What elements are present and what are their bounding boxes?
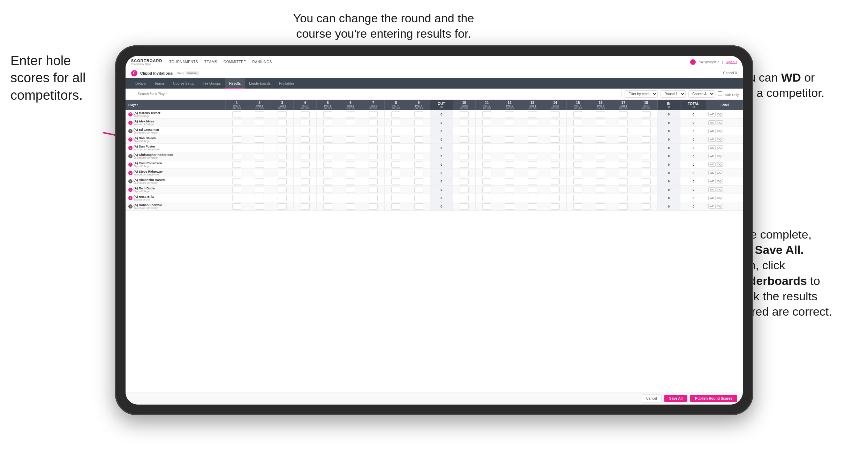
hole-3-input[interactable] — [278, 111, 287, 118]
hole-10-input[interactable] — [460, 136, 469, 143]
hole-7-input[interactable] — [369, 203, 378, 210]
hole-4-input[interactable] — [301, 170, 310, 176]
hole-1-input[interactable] — [232, 120, 241, 126]
hole-10-input[interactable] — [460, 120, 469, 126]
hole-3-input[interactable] — [278, 153, 287, 159]
hole-17-input[interactable] — [619, 195, 628, 201]
hole-18-input[interactable] — [642, 187, 651, 193]
dq-button[interactable]: DQ — [716, 162, 723, 167]
hole-2-input[interactable] — [255, 170, 264, 176]
nav-rankings[interactable]: RANKINGS — [252, 60, 272, 64]
hole-8-input[interactable] — [391, 145, 400, 151]
hole-1-input[interactable] — [232, 178, 241, 184]
hole-11-input[interactable] — [482, 170, 491, 176]
hole-18-input[interactable] — [642, 111, 651, 118]
hole-2-input[interactable] — [255, 187, 264, 193]
hole-17-input[interactable] — [619, 111, 628, 118]
dq-button[interactable]: DQ — [716, 145, 723, 150]
hole-17-input[interactable] — [619, 203, 628, 210]
totals-only-checkbox[interactable] — [718, 91, 722, 96]
hole-3-input[interactable] — [278, 120, 287, 126]
dq-button[interactable]: DQ — [716, 154, 723, 158]
hole-16-input[interactable] — [596, 178, 605, 184]
nav-committee[interactable]: COMMITTEE — [224, 60, 246, 64]
hole-10-input[interactable] — [460, 195, 469, 201]
hole-12-input[interactable] — [505, 153, 514, 159]
hole-16-input[interactable] — [596, 195, 605, 201]
hole-14-input[interactable] — [551, 136, 560, 143]
wd-button[interactable]: WD — [708, 187, 716, 192]
hole-11-input[interactable] — [482, 195, 491, 201]
hole-12-input[interactable] — [505, 145, 514, 151]
course-select[interactable]: Course A Course B — [688, 90, 715, 98]
hole-4-input[interactable] — [301, 187, 310, 193]
hole-14-input[interactable] — [551, 178, 560, 184]
hole-4-input[interactable] — [301, 203, 310, 210]
hole-9-input[interactable] — [414, 153, 423, 159]
hole-13-input[interactable] — [528, 170, 537, 176]
hole-18-input[interactable] — [642, 136, 651, 143]
hole-6-input[interactable] — [346, 178, 355, 184]
hole-12-input[interactable] — [505, 195, 514, 201]
hole-11-input[interactable] — [482, 187, 491, 193]
hole-14-input[interactable] — [551, 128, 560, 134]
hole-17-input[interactable] — [619, 153, 628, 159]
wd-button[interactable]: WD — [708, 129, 716, 133]
hole-5-input[interactable] — [323, 178, 332, 184]
hole-14-input[interactable] — [551, 170, 560, 176]
hole-2-input[interactable] — [255, 195, 264, 201]
hole-13-input[interactable] — [528, 187, 537, 193]
hole-2-input[interactable] — [255, 111, 264, 118]
hole-14-input[interactable] — [551, 203, 560, 210]
hole-9-input[interactable] — [414, 111, 423, 118]
hole-1-input[interactable] — [232, 145, 241, 151]
hole-14-input[interactable] — [551, 153, 560, 159]
dq-button[interactable]: DQ — [716, 204, 723, 209]
hole-7-input[interactable] — [369, 187, 378, 193]
hole-5-input[interactable] — [323, 111, 332, 118]
hole-3-input[interactable] — [278, 128, 287, 134]
hole-6-input[interactable] — [346, 203, 355, 210]
hole-18-input[interactable] — [642, 203, 651, 210]
hole-17-input[interactable] — [619, 170, 628, 176]
hole-2-input[interactable] — [255, 153, 264, 159]
hole-8-input[interactable] — [391, 178, 400, 184]
hole-11-input[interactable] — [482, 178, 491, 184]
hole-7-input[interactable] — [369, 111, 378, 118]
hole-16-input[interactable] — [596, 170, 605, 176]
hole-8-input[interactable] — [391, 153, 400, 159]
hole-15-input[interactable] — [573, 111, 582, 118]
hole-15-input[interactable] — [573, 153, 582, 159]
hole-16-input[interactable] — [596, 161, 605, 168]
hole-7-input[interactable] — [369, 145, 378, 151]
hole-12-input[interactable] — [505, 187, 514, 193]
hole-10-input[interactable] — [460, 145, 469, 151]
hole-3-input[interactable] — [278, 203, 287, 210]
hole-4-input[interactable] — [301, 128, 310, 134]
hole-5-input[interactable] — [323, 203, 332, 210]
dq-button[interactable]: DQ — [716, 196, 723, 200]
hole-1-input[interactable] — [232, 111, 241, 118]
hole-2-input[interactable] — [255, 203, 264, 210]
hole-15-input[interactable] — [573, 161, 582, 168]
hole-14-input[interactable] — [551, 111, 560, 118]
hole-8-input[interactable] — [391, 170, 400, 176]
hole-15-input[interactable] — [573, 128, 582, 134]
hole-8-input[interactable] — [391, 136, 400, 143]
hole-14-input[interactable] — [551, 161, 560, 168]
hole-5-input[interactable] — [323, 136, 332, 143]
hole-6-input[interactable] — [346, 128, 355, 134]
hole-11-input[interactable] — [482, 145, 491, 151]
wd-button[interactable]: WD — [708, 196, 716, 200]
hole-9-input[interactable] — [414, 145, 423, 151]
wd-button[interactable]: WD — [708, 137, 716, 142]
hole-3-input[interactable] — [278, 136, 287, 143]
hole-9-input[interactable] — [414, 195, 423, 201]
hole-7-input[interactable] — [369, 120, 378, 126]
hole-5-input[interactable] — [323, 145, 332, 151]
hole-9-input[interactable] — [414, 120, 423, 126]
hole-1-input[interactable] — [232, 161, 241, 168]
cancel-top-button[interactable]: Cancel X — [723, 71, 737, 75]
hole-13-input[interactable] — [528, 195, 537, 201]
hole-10-input[interactable] — [460, 187, 469, 193]
